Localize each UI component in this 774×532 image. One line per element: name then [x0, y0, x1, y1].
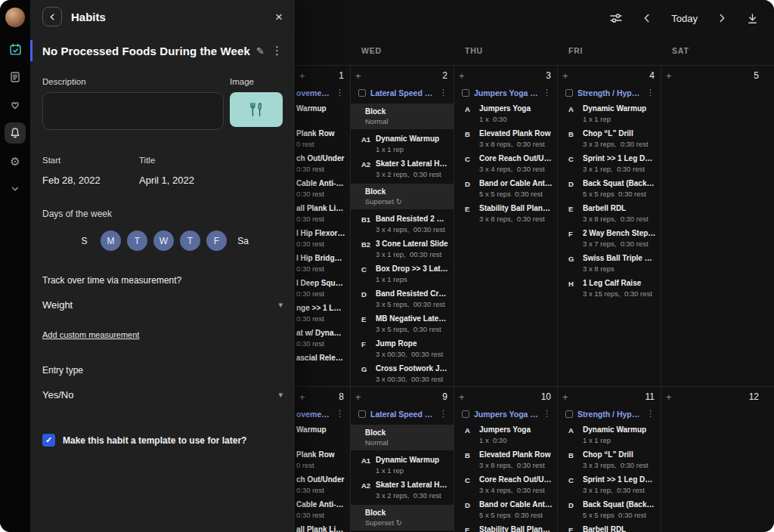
- workout-title[interactable]: Jumpers Yoga / Core: [474, 410, 538, 419]
- exercise-item[interactable]: ascial Release C...: [295, 351, 350, 376]
- entry-type-select[interactable]: Yes/No ▾: [42, 385, 283, 405]
- description-input[interactable]: [42, 92, 224, 130]
- today-button[interactable]: Today: [671, 13, 698, 24]
- exercise-item[interactable]: ADynamic Warmup1 x 1 rep: [558, 422, 661, 447]
- exercise-item[interactable]: l Hip Flexor Rais...0:30 rest: [295, 226, 350, 251]
- day-chip-t[interactable]: T: [127, 230, 147, 251]
- day-chip-f[interactable]: F: [206, 230, 227, 251]
- add-event-button[interactable]: +: [666, 392, 672, 402]
- exercise-item[interactable]: all Plank Linear ...0:30 rest: [295, 201, 350, 226]
- end-date-value[interactable]: April 1, 2022: [139, 175, 283, 186]
- start-date-value[interactable]: Feb 28, 2022: [42, 175, 139, 186]
- sidebar-item-settings[interactable]: ⚙: [5, 150, 26, 172]
- exercise-item[interactable]: EMB Negative Lateral Hop...3 x 5 reps, 0…: [351, 311, 454, 336]
- exercise-item[interactable]: AJumpers Yoga1 x 0:30: [454, 101, 557, 126]
- template-checkbox[interactable]: ✓: [42, 434, 55, 447]
- exercise-item[interactable]: Warmup: [295, 101, 350, 126]
- workout-checkbox[interactable]: [565, 410, 573, 418]
- exercise-item[interactable]: l Deep Squat Mo...0:30 rest: [295, 276, 350, 301]
- next-week-button[interactable]: [716, 12, 728, 24]
- exercise-item[interactable]: nge >> 1 Leg St...0:30 rest: [295, 301, 350, 326]
- kebab-icon[interactable]: ⋮: [646, 88, 655, 97]
- exercise-item[interactable]: GSwiss Ball Triple Threat3 x 8 reps: [558, 251, 661, 276]
- exercise-item[interactable]: FJump Rope3 x 00:30, 00:30 rest: [351, 336, 454, 361]
- exercise-item[interactable]: EStability Ball Plank Linear ...3 x 8 re…: [454, 522, 557, 532]
- kebab-icon[interactable]: ⋮: [336, 88, 344, 97]
- add-custom-measurement-link[interactable]: Add custom measurement: [42, 330, 139, 339]
- exercise-item[interactable]: ch Out/Under0:30 rest: [295, 472, 350, 497]
- exercise-item[interactable]: BChop “L” Drill3 x 3 reps, 0:30 rest: [558, 126, 661, 151]
- exercise-item[interactable]: EBarbell RDL3 x 8 reps, 0:30 rest: [558, 201, 661, 226]
- prev-week-button[interactable]: [641, 12, 653, 24]
- exercise-item[interactable]: CSprint >> 1 Leg Declarations3 x 1 rep, …: [558, 151, 661, 176]
- add-event-button[interactable]: +: [299, 392, 305, 402]
- exercise-item[interactable]: DBand or Cable Anti Rotati...5 x 5 reps …: [454, 176, 557, 201]
- add-event-button[interactable]: +: [355, 71, 361, 81]
- add-event-button[interactable]: +: [459, 392, 465, 402]
- workout-title[interactable]: Strength / Hypertro...: [577, 88, 642, 97]
- add-event-button[interactable]: +: [299, 71, 305, 81]
- exercise-item[interactable]: l Hip Bridge w/ ...0:30 rest: [295, 251, 350, 276]
- kebab-icon[interactable]: ⋮: [439, 88, 447, 97]
- measurement-select[interactable]: Weight ▾: [42, 295, 283, 315]
- day-chip-t[interactable]: T: [180, 230, 200, 251]
- workout-title[interactable]: Jumpers Yoga / Core: [474, 88, 538, 97]
- kebab-icon[interactable]: ⋮: [439, 409, 447, 419]
- exercise-item[interactable]: ADynamic Warmup1 x 1 rep: [558, 101, 661, 126]
- workout-title[interactable]: Strength / Hypertro...: [577, 410, 642, 419]
- add-event-button[interactable]: +: [459, 71, 465, 81]
- exercise-item[interactable]: Plank Row0 rest: [295, 126, 350, 151]
- sidebar-item-programs[interactable]: [5, 66, 26, 88]
- filter-sliders-button[interactable]: [609, 11, 623, 25]
- exercise-item[interactable]: DBand Resisted Crossover...3 x 5 reps, 0…: [351, 286, 454, 311]
- workout-checkbox[interactable]: [358, 89, 366, 97]
- exercise-item[interactable]: CCore Reach Out/Under3 x 4 reps, 0:30 re…: [454, 151, 557, 176]
- workout-title[interactable]: Lateral Speed / Plyo: [370, 410, 435, 419]
- exercise-item[interactable]: A1Dynamic Warmup1 x 1 rep: [351, 453, 454, 478]
- workout-checkbox[interactable]: [358, 410, 366, 418]
- exercise-item[interactable]: B23 Cone Lateral Slide3 x 1 rep, 00:30 r…: [351, 237, 454, 261]
- add-event-button[interactable]: +: [562, 392, 568, 402]
- add-event-button[interactable]: +: [355, 392, 361, 402]
- exercise-item[interactable]: CSprint >> 1 Leg Declarations3 x 1 rep, …: [558, 472, 661, 497]
- habit-image[interactable]: [230, 92, 283, 127]
- habit-menu-button[interactable]: ⋮: [271, 44, 283, 57]
- day-chip-sa[interactable]: Sa: [233, 230, 253, 251]
- exercise-item[interactable]: CCore Reach Out/Under3 x 4 reps, 0:30 re…: [454, 472, 557, 497]
- day-chip-s[interactable]: S: [74, 230, 94, 251]
- back-button[interactable]: [42, 7, 62, 26]
- exercise-item[interactable]: CBox Drop >> 3 Lateral H...1 x 1 reps: [351, 261, 454, 286]
- exercise-item[interactable]: BChop “L” Drill3 x 3 reps, 0:30 rest: [558, 447, 661, 472]
- exercise-item[interactable]: all Plank Linear ...0:30 rest: [295, 522, 350, 532]
- exercise-item[interactable]: Plank Row0 rest: [295, 447, 350, 472]
- download-button[interactable]: [746, 12, 759, 25]
- exercise-item[interactable]: Cable Anti-Rotati...0:30 rest: [295, 176, 350, 201]
- kebab-icon[interactable]: ⋮: [646, 409, 655, 419]
- sidebar-item-health[interactable]: [5, 94, 26, 116]
- exercise-item[interactable]: ch Out/Under0:30 rest: [295, 151, 350, 176]
- exercise-item[interactable]: AJumpers Yoga1 x 0:30: [454, 422, 557, 447]
- exercise-item[interactable]: BElevated Plank Row3 x 8 reps, 0:30 rest: [454, 126, 557, 151]
- exercise-item[interactable]: at w/ Dynamic P...0:30 rest: [295, 326, 350, 351]
- exercise-item[interactable]: A2Skater 3 Lateral Hops >> ...3 x 2 reps…: [351, 156, 454, 181]
- sidebar-item-calendar[interactable]: [5, 39, 26, 60]
- close-button[interactable]: ×: [275, 11, 283, 23]
- exercise-item[interactable]: A2Skater 3 Lateral Hops >> ...3 x 2 reps…: [351, 478, 454, 503]
- exercise-item[interactable]: BElevated Plank Row3 x 8 reps, 0:30 rest: [454, 447, 557, 472]
- workout-title[interactable]: ovement Q...: [296, 410, 331, 419]
- exercise-item[interactable]: A1Dynamic Warmup1 x 1 rep: [351, 131, 454, 156]
- exercise-item[interactable]: Warmup: [295, 422, 350, 447]
- add-event-button[interactable]: +: [666, 71, 672, 81]
- exercise-item[interactable]: EBarbell RDL3 x 8 reps, 0:30 rest: [558, 522, 661, 532]
- exercise-item[interactable]: GCross Footwork Jump Rope3 x 00:30, 00:3…: [351, 361, 454, 386]
- day-chip-w[interactable]: W: [153, 230, 174, 251]
- avatar[interactable]: [5, 8, 25, 27]
- exercise-item[interactable]: Cable Anti-Rotati...0:30 rest: [295, 497, 350, 522]
- exercise-item[interactable]: DBand or Cable Anti Rotati...5 x 5 reps …: [454, 497, 557, 522]
- exercise-item[interactable]: EStability Ball Plank Linear ...3 x 8 re…: [454, 201, 557, 226]
- exercise-item[interactable]: B1Band Resisted 2 Step Late...3 x 4 reps…: [351, 212, 454, 237]
- template-checkbox-row[interactable]: ✓ Make this habit a template to use for …: [30, 434, 295, 447]
- exercise-item[interactable]: H1 Leg Calf Raise3 x 15 reps, 0:30 rest: [558, 276, 661, 301]
- kebab-icon[interactable]: ⋮: [543, 88, 551, 97]
- day-chip-m[interactable]: M: [101, 230, 121, 251]
